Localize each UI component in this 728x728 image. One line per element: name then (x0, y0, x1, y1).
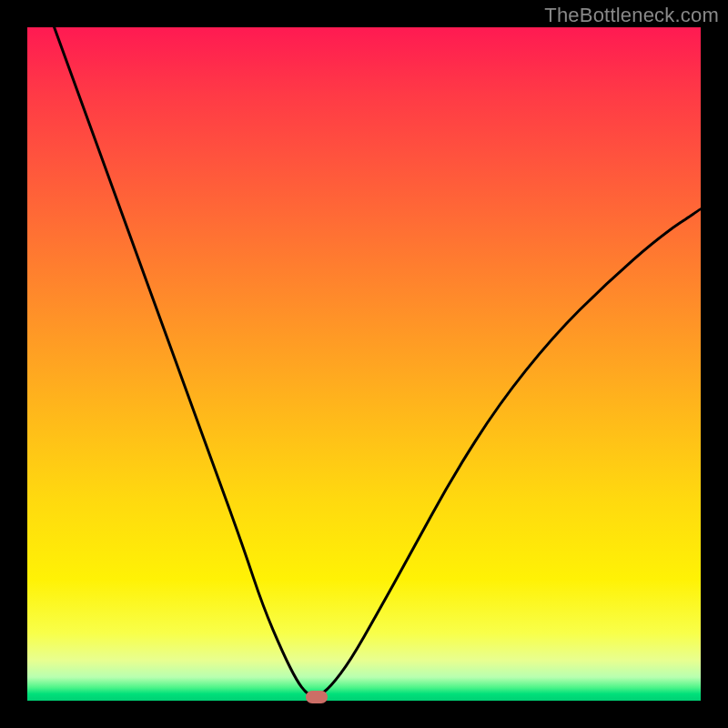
bottleneck-curve (27, 27, 701, 701)
optimal-marker (306, 691, 328, 703)
watermark-text: TheBottleneck.com (544, 4, 719, 27)
plot-area (27, 27, 701, 701)
curve-path (55, 27, 701, 696)
chart-frame: TheBottleneck.com (0, 0, 728, 728)
